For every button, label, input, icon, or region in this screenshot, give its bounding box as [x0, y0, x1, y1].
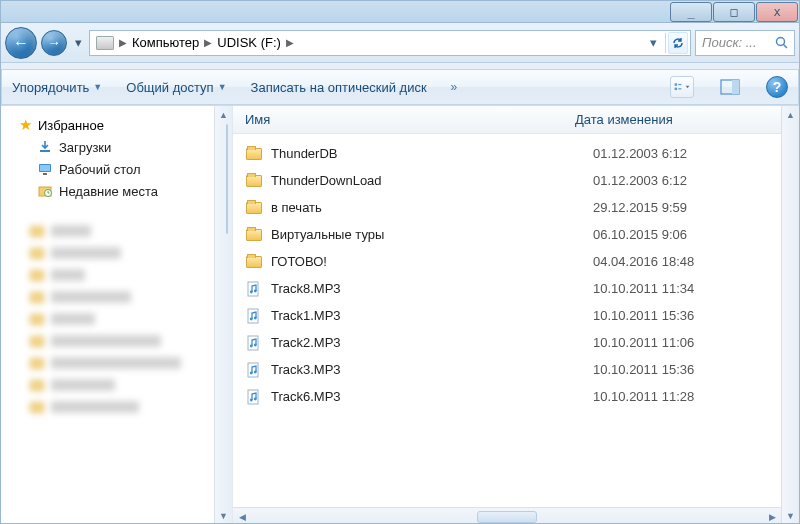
address-bar[interactable]: ▶ Компьютер ▶ UDISK (F:) ▶ ▾ — [89, 30, 691, 56]
views-button[interactable] — [670, 76, 694, 98]
scroll-down-icon[interactable]: ▼ — [219, 507, 228, 524]
refresh-button[interactable] — [668, 32, 688, 54]
chevron-down-icon: ▼ — [93, 82, 102, 92]
audio-file-icon — [245, 388, 263, 406]
organize-button[interactable]: Упорядочить▼ — [12, 80, 102, 95]
item-name: Track3.MP3 — [271, 362, 593, 377]
list-item[interactable]: Виртуальные туры06.10.2015 9:06 — [233, 221, 799, 248]
overflow-button[interactable]: » — [451, 80, 458, 94]
svg-rect-8 — [40, 150, 50, 152]
list-item[interactable]: Track8.MP310.10.2011 11:34 — [233, 275, 799, 302]
chevron-right-icon[interactable]: ▶ — [203, 37, 213, 48]
scroll-up-icon[interactable]: ▲ — [219, 106, 228, 124]
svg-rect-7 — [732, 80, 739, 94]
item-date: 10.10.2011 11:06 — [593, 335, 799, 350]
help-button[interactable]: ? — [766, 76, 788, 98]
item-date: 04.04.2016 18:48 — [593, 254, 799, 269]
arrow-right-icon: → — [48, 36, 61, 49]
sidebar-item-label: Загрузки — [59, 140, 111, 155]
folder-icon — [245, 253, 263, 271]
folder-icon — [245, 145, 263, 163]
scroll-up-icon[interactable]: ▲ — [786, 106, 795, 124]
sidebar-scroll-thumb[interactable] — [226, 124, 228, 234]
breadcrumb-drive[interactable]: UDISK (F:) — [213, 31, 285, 55]
sidebar-item-blurred[interactable]: . — [1, 286, 232, 308]
folder-icon — [29, 223, 45, 239]
breadcrumb-computer[interactable]: Компьютер — [128, 31, 203, 55]
refresh-icon — [671, 36, 685, 50]
sidebar-item-blurred[interactable]: . — [1, 220, 232, 242]
arrow-left-icon: ← — [13, 35, 29, 51]
maximize-button[interactable]: □ — [713, 2, 755, 22]
content-scrollbar-horizontal[interactable]: ◀ ▶ — [233, 507, 781, 524]
item-date: 10.10.2011 11:34 — [593, 281, 799, 296]
sidebar-item-label: Недавние места — [59, 184, 158, 199]
sidebar-favorites-header[interactable]: ★ Избранное — [1, 114, 232, 136]
svg-point-28 — [254, 397, 257, 400]
search-placeholder: Поиск: ... — [702, 35, 757, 50]
item-name: Track2.MP3 — [271, 335, 593, 350]
sidebar-item-blurred[interactable]: . — [1, 352, 232, 374]
list-item[interactable]: ГОТОВО!04.04.2016 18:48 — [233, 248, 799, 275]
address-dropdown[interactable]: ▾ — [643, 32, 663, 54]
folder-icon — [29, 245, 45, 261]
navigation-bar: ← → ▾ ▶ Компьютер ▶ UDISK (F:) ▶ ▾ Поиск… — [1, 23, 799, 63]
audio-file-icon — [245, 280, 263, 298]
close-button[interactable]: x — [756, 2, 798, 22]
views-icon — [674, 79, 690, 95]
list-item[interactable]: в печать29.12.2015 9:59 — [233, 194, 799, 221]
item-date: 01.12.2003 6:12 — [593, 173, 799, 188]
chevron-right-icon[interactable]: ▶ — [118, 37, 128, 48]
recent-icon — [37, 183, 53, 199]
svg-line-1 — [784, 44, 788, 48]
svg-point-16 — [254, 289, 257, 292]
list-item[interactable]: Track2.MP310.10.2011 11:06 — [233, 329, 799, 356]
star-icon: ★ — [19, 116, 32, 134]
history-dropdown[interactable]: ▾ — [71, 27, 85, 59]
column-date[interactable]: Дата изменения — [575, 112, 799, 127]
svg-point-19 — [254, 316, 257, 319]
list-item[interactable]: Track6.MP310.10.2011 11:28 — [233, 383, 799, 410]
sidebar-item-blurred[interactable]: . — [1, 396, 232, 418]
scroll-right-icon[interactable]: ▶ — [763, 512, 781, 522]
column-headers: Имя Дата изменения — [233, 106, 799, 134]
svg-rect-3 — [678, 84, 681, 85]
sidebar-item-blurred[interactable]: . — [1, 242, 232, 264]
scroll-left-icon[interactable]: ◀ — [233, 512, 251, 522]
toolbar: Упорядочить▼ Общий доступ▼ Записать на о… — [1, 69, 799, 105]
sidebar-item-blurred[interactable]: . — [1, 308, 232, 330]
horizontal-scroll-thumb[interactable] — [477, 511, 537, 523]
preview-pane-button[interactable] — [718, 76, 742, 98]
sidebar-scrollbar[interactable]: ▲ ▼ — [214, 106, 232, 524]
svg-point-21 — [250, 344, 253, 347]
folder-icon — [245, 199, 263, 217]
list-item[interactable]: ThunderDB01.12.2003 6:12 — [233, 140, 799, 167]
minimize-button[interactable]: _ — [670, 2, 712, 22]
chevron-right-icon[interactable]: ▶ — [285, 37, 295, 48]
sidebar-item-blurred[interactable]: . — [1, 264, 232, 286]
svg-point-25 — [254, 370, 257, 373]
sidebar-item-recent[interactable]: Недавние места — [1, 180, 232, 202]
content-scrollbar-vertical[interactable]: ▲ ▼ — [781, 106, 799, 524]
item-name: Track1.MP3 — [271, 308, 593, 323]
column-name[interactable]: Имя — [245, 112, 575, 127]
list-item[interactable]: Track3.MP310.10.2011 15:36 — [233, 356, 799, 383]
back-button[interactable]: ← — [5, 27, 37, 59]
share-button[interactable]: Общий доступ▼ — [126, 80, 226, 95]
search-input[interactable]: Поиск: ... — [695, 30, 795, 56]
preview-pane-icon — [720, 79, 740, 95]
sidebar: ★ Избранное ЗагрузкиРабочий столНедавние… — [1, 106, 233, 524]
sidebar-item-blurred[interactable]: . — [1, 374, 232, 396]
list-item[interactable]: ThunderDownLoad01.12.2003 6:12 — [233, 167, 799, 194]
scroll-down-icon[interactable]: ▼ — [786, 507, 795, 524]
list-item[interactable]: Track1.MP310.10.2011 15:36 — [233, 302, 799, 329]
chevron-down-icon: ▼ — [218, 82, 227, 92]
sidebar-item-desktop[interactable]: Рабочий стол — [1, 158, 232, 180]
forward-button[interactable]: → — [41, 30, 67, 56]
item-date: 10.10.2011 15:36 — [593, 308, 799, 323]
burn-disc-button[interactable]: Записать на оптический диск — [251, 80, 427, 95]
item-name: Виртуальные туры — [271, 227, 593, 242]
sidebar-item-downloads[interactable]: Загрузки — [1, 136, 232, 158]
sidebar-item-blurred[interactable]: . — [1, 330, 232, 352]
item-name: Track8.MP3 — [271, 281, 593, 296]
